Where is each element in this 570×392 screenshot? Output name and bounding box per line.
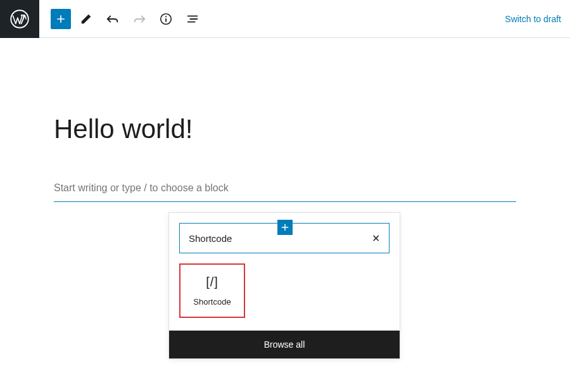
toolbar-right-group: Switch to draft [505, 13, 570, 25]
block-item-shortcode[interactable]: [/] Shortcode [179, 263, 245, 318]
add-block-button[interactable] [51, 9, 71, 29]
inserter-results: [/] Shortcode [169, 263, 400, 331]
info-button[interactable] [155, 8, 177, 30]
post-title[interactable]: Hello world! [54, 114, 516, 144]
switch-to-draft-link[interactable]: Switch to draft [505, 14, 561, 24]
redo-button [128, 8, 151, 30]
close-icon[interactable]: ✕ [372, 232, 380, 244]
svg-point-2 [165, 16, 167, 17]
block-placeholder[interactable]: Start writing or type / to choose a bloc… [54, 182, 516, 202]
svg-rect-3 [165, 18, 167, 22]
toolbar-left-group [39, 8, 204, 30]
editor-canvas: Hello world! Start writing or type / to … [0, 38, 570, 202]
inline-add-block-button[interactable] [277, 220, 293, 235]
wordpress-logo[interactable] [0, 0, 39, 38]
undo-button[interactable] [101, 8, 124, 30]
shortcode-icon: [/] [206, 275, 218, 289]
list-view-button[interactable] [181, 8, 204, 30]
edit-tool-button[interactable] [75, 8, 98, 30]
editor-content: Hello world! Start writing or type / to … [54, 114, 516, 202]
browse-all-button[interactable]: Browse all [169, 331, 400, 358]
editor-toolbar: Switch to draft [0, 0, 570, 38]
block-item-label: Shortcode [193, 297, 231, 307]
